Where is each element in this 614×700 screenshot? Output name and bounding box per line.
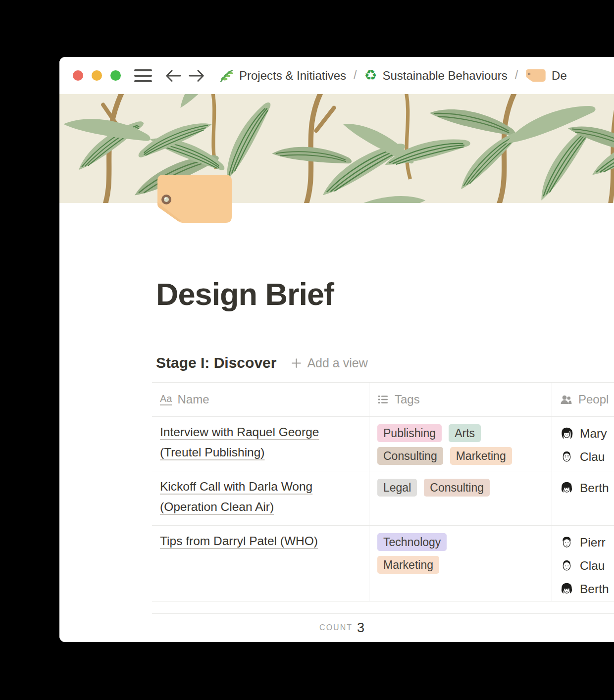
tag-chip: Marketing <box>450 447 512 465</box>
name-cell: Kickoff Call with Darla Wong (Operation … <box>152 471 369 525</box>
person-name: Berth <box>580 582 609 596</box>
tag-icon <box>525 69 546 82</box>
person-name: Clau <box>580 559 605 573</box>
person-item: Clau <box>560 554 614 577</box>
recycle-icon: ♻ <box>364 68 377 83</box>
column-label: Tags <box>395 393 420 406</box>
man-short-hair-avatar <box>560 559 573 572</box>
tag-chip: Consulting <box>377 447 443 465</box>
breadcrumb-item-projects[interactable]: Projects & Initiatives <box>219 68 346 83</box>
count-value: 3 <box>357 620 364 636</box>
tag-chip: Publishing <box>377 424 442 442</box>
tag-chip: Arts <box>449 424 481 442</box>
list-icon <box>377 394 389 405</box>
tag-chip: Legal <box>377 479 417 497</box>
tag-emoji-icon[interactable] <box>157 175 232 223</box>
tags-cell[interactable]: Legal Consulting <box>369 471 552 525</box>
tag-chip: Technology <box>377 533 447 551</box>
person-item: Clau <box>560 445 614 468</box>
people-cell[interactable]: Mary Clau <box>552 417 614 471</box>
person-item: Berth <box>560 476 614 500</box>
page-content: Design Brief Stage I: Discover Add a vie… <box>59 203 614 642</box>
plus-icon <box>290 357 303 369</box>
breadcrumb-label: Projects & Initiatives <box>239 69 346 83</box>
woman-curly-avatar <box>560 582 573 596</box>
forward-button[interactable] <box>189 68 205 83</box>
add-view-button[interactable]: Add a view <box>290 356 367 370</box>
table-row: Interview with Raquel George (Treutel Pu… <box>152 417 614 471</box>
name-cell: Interview with Raquel George (Treutel Pu… <box>152 417 369 471</box>
person-name: Berth <box>580 481 609 495</box>
breadcrumb-item-design-brief[interactable]: De <box>525 69 567 83</box>
page-link[interactable]: Tips from Darryl Patel (WHO) <box>160 534 318 548</box>
desktop-background: { "topbar": { "traffic_lights": {"red": … <box>0 0 614 700</box>
tags-cell[interactable]: Publishing Arts Consulting Marketing <box>369 417 552 471</box>
sidebar-toggle-icon[interactable] <box>134 69 152 82</box>
people-cell[interactable]: Berth <box>552 471 614 525</box>
breadcrumb-label: Sustainable Behaviours <box>382 69 507 83</box>
add-view-label: Add a view <box>307 356 367 370</box>
person-item: Berth <box>560 577 614 600</box>
column-header-people[interactable]: Peopl <box>552 383 614 416</box>
database-table: Aa Name Tags Peopl Interview with Raquel… <box>152 382 614 642</box>
title-property-icon: Aa <box>160 394 172 405</box>
arrow-right-icon <box>189 68 205 83</box>
window-top-bar: Projects & Initiatives / ♻ Sustainable B… <box>59 57 614 94</box>
close-button[interactable] <box>73 70 83 81</box>
tag-chip: Consulting <box>424 479 490 497</box>
woman-curly-avatar <box>560 481 573 495</box>
tab-stage-1-discover[interactable]: Stage I: Discover <box>156 354 276 371</box>
willow-pattern-illustration <box>59 94 614 203</box>
tag-chip-line: Legal Consulting <box>377 479 544 497</box>
man-short-hair-avatar <box>560 450 573 463</box>
table-row: Kickoff Call with Darla Wong (Operation … <box>152 471 614 526</box>
column-header-tags[interactable]: Tags <box>369 383 552 416</box>
tag-chip-line: Publishing Arts <box>377 424 544 442</box>
count-calculation[interactable]: COUNT 3 <box>152 614 369 642</box>
breadcrumb-item-sustainable[interactable]: ♻ Sustainable Behaviours <box>364 68 507 83</box>
page-link[interactable]: Interview with Raquel George (Treutel Pu… <box>160 425 319 459</box>
woman-bob-avatar <box>560 427 573 440</box>
person-item: Mary <box>560 422 614 445</box>
person-item: Pierr <box>560 531 614 554</box>
tag-chip-line: Technology <box>377 533 544 551</box>
tag-chip: Marketing <box>377 556 439 574</box>
people-cell[interactable]: Pierr Clau <box>552 526 614 601</box>
tags-cell[interactable]: Technology Marketing <box>369 526 552 601</box>
traffic-lights <box>73 70 121 81</box>
person-name: Pierr <box>580 536 606 550</box>
back-button[interactable] <box>164 68 181 83</box>
cover-image <box>59 94 614 203</box>
man-dark-hair-avatar <box>560 536 573 549</box>
herb-icon <box>219 68 234 83</box>
column-label: Name <box>177 393 209 406</box>
column-header-name[interactable]: Aa Name <box>152 383 369 416</box>
person-name: Clau <box>580 450 605 464</box>
people-icon <box>560 394 573 405</box>
tag-chip-line: Marketing <box>377 556 544 574</box>
breadcrumb: Projects & Initiatives / ♻ Sustainable B… <box>219 68 567 83</box>
app-window: Projects & Initiatives / ♻ Sustainable B… <box>59 57 614 642</box>
tag-chip-line: Consulting Marketing <box>377 447 544 465</box>
minimize-button[interactable] <box>92 70 102 81</box>
breadcrumb-separator: / <box>515 69 518 82</box>
name-cell: Tips from Darryl Patel (WHO) <box>152 526 369 601</box>
view-tabs-row: Stage I: Discover Add a view <box>156 352 614 373</box>
nav-arrows <box>164 68 205 83</box>
breadcrumb-label: De <box>552 69 567 83</box>
page-link[interactable]: Kickoff Call with Darla Wong (Operation … <box>160 480 312 513</box>
table-row: Tips from Darryl Patel (WHO) Technology … <box>152 526 614 601</box>
count-label: COUNT <box>319 623 353 632</box>
person-name: Mary <box>580 427 607 441</box>
breadcrumb-separator: / <box>354 69 357 82</box>
zoom-button[interactable] <box>110 70 121 81</box>
new-row-area <box>152 601 614 614</box>
table-footer: COUNT 3 <box>152 614 614 642</box>
column-label: Peopl <box>578 393 609 406</box>
table-header-row: Aa Name Tags Peopl <box>152 382 614 417</box>
arrow-left-icon <box>164 68 181 83</box>
